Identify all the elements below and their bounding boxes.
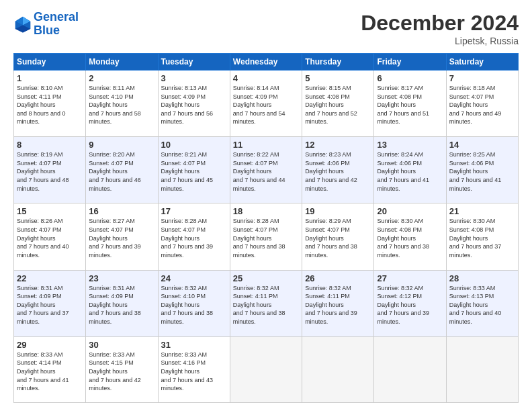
day-number: 9: [89, 140, 154, 150]
day-info: Sunrise: 8:27 AM Sunset: 4:07 PM Dayligh…: [89, 217, 154, 259]
day-number: 21: [449, 206, 515, 216]
table-row: 8 Sunrise: 8:19 AM Sunset: 4:07 PM Dayli…: [14, 137, 86, 203]
day-number: 4: [233, 73, 299, 83]
day-info: Sunrise: 8:23 AM Sunset: 4:06 PM Dayligh…: [305, 150, 371, 193]
day-info: Sunrise: 8:30 AM Sunset: 4:08 PM Dayligh…: [377, 217, 443, 259]
day-info: Sunrise: 8:28 AM Sunset: 4:07 PM Dayligh…: [161, 217, 227, 259]
day-info: Sunrise: 8:10 AM Sunset: 4:11 PM Dayligh…: [17, 84, 83, 126]
table-row: 14 Sunrise: 8:25 AM Sunset: 4:06 PM Dayl…: [446, 137, 518, 203]
table-row: 26 Sunrise: 8:32 AM Sunset: 4:11 PM Dayl…: [302, 270, 374, 336]
table-row: 23 Sunrise: 8:31 AM Sunset: 4:09 PM Dayl…: [86, 270, 158, 336]
day-info: Sunrise: 8:22 AM Sunset: 4:07 PM Dayligh…: [233, 150, 299, 193]
calendar-week-row: 8 Sunrise: 8:19 AM Sunset: 4:07 PM Dayli…: [14, 137, 519, 203]
day-number: 23: [89, 273, 154, 283]
day-number: 24: [161, 273, 227, 283]
table-row: [374, 336, 446, 402]
day-number: 29: [17, 340, 83, 350]
day-number: 25: [233, 273, 299, 283]
table-row: 21 Sunrise: 8:30 AM Sunset: 4:08 PM Dayl…: [446, 203, 518, 270]
table-row: 31 Sunrise: 8:33 AM Sunset: 4:16 PM Dayl…: [158, 336, 230, 402]
day-number: 30: [89, 340, 154, 350]
col-friday: Friday: [374, 54, 446, 71]
day-info: Sunrise: 8:20 AM Sunset: 4:07 PM Dayligh…: [89, 150, 154, 193]
table-row: 12 Sunrise: 8:23 AM Sunset: 4:06 PM Dayl…: [302, 137, 374, 203]
table-row: 19 Sunrise: 8:29 AM Sunset: 4:07 PM Dayl…: [302, 203, 374, 270]
day-info: Sunrise: 8:17 AM Sunset: 4:08 PM Dayligh…: [377, 84, 443, 126]
day-number: 12: [305, 140, 371, 150]
col-sunday: Sunday: [14, 54, 86, 71]
logo-blue: Blue: [34, 24, 60, 37]
table-row: 10 Sunrise: 8:21 AM Sunset: 4:07 PM Dayl…: [158, 137, 230, 203]
day-number: 28: [449, 273, 515, 283]
day-info: Sunrise: 8:13 AM Sunset: 4:09 PM Dayligh…: [161, 84, 227, 126]
table-row: 24 Sunrise: 8:32 AM Sunset: 4:10 PM Dayl…: [158, 270, 230, 336]
table-row: 13 Sunrise: 8:24 AM Sunset: 4:06 PM Dayl…: [374, 137, 446, 203]
day-number: 14: [449, 140, 515, 150]
day-info: Sunrise: 8:14 AM Sunset: 4:09 PM Dayligh…: [233, 84, 299, 126]
day-number: 20: [377, 206, 443, 216]
day-info: Sunrise: 8:24 AM Sunset: 4:06 PM Dayligh…: [377, 150, 443, 193]
day-info: Sunrise: 8:29 AM Sunset: 4:07 PM Dayligh…: [305, 217, 371, 259]
day-info: Sunrise: 8:33 AM Sunset: 4:16 PM Dayligh…: [161, 351, 227, 393]
day-info: Sunrise: 8:18 AM Sunset: 4:07 PM Dayligh…: [449, 84, 515, 126]
col-tuesday: Tuesday: [158, 54, 230, 71]
day-number: 13: [377, 140, 443, 150]
calendar-week-row: 29 Sunrise: 8:33 AM Sunset: 4:14 PM Dayl…: [14, 336, 519, 402]
table-row: [446, 336, 518, 402]
col-wednesday: Wednesday: [230, 54, 302, 71]
day-info: Sunrise: 8:15 AM Sunset: 4:08 PM Dayligh…: [305, 84, 371, 126]
month-title: December 2024: [361, 11, 519, 36]
table-row: 5 Sunrise: 8:15 AM Sunset: 4:08 PM Dayli…: [302, 71, 374, 137]
day-info: Sunrise: 8:25 AM Sunset: 4:06 PM Dayligh…: [449, 150, 515, 193]
day-info: Sunrise: 8:32 AM Sunset: 4:10 PM Dayligh…: [161, 284, 227, 326]
logo-text: General Blue: [34, 11, 79, 38]
day-info: Sunrise: 8:33 AM Sunset: 4:15 PM Dayligh…: [89, 351, 154, 393]
header: General Blue December 2024 Lipetsk, Russ…: [13, 11, 519, 46]
calendar-header-row: Sunday Monday Tuesday Wednesday Thursday…: [14, 54, 519, 71]
day-number: 26: [305, 273, 371, 283]
day-number: 10: [161, 140, 227, 150]
day-info: Sunrise: 8:11 AM Sunset: 4:10 PM Dayligh…: [89, 84, 154, 126]
table-row: 29 Sunrise: 8:33 AM Sunset: 4:14 PM Dayl…: [14, 336, 86, 402]
table-row: 18 Sunrise: 8:28 AM Sunset: 4:07 PM Dayl…: [230, 203, 302, 270]
day-info: Sunrise: 8:31 AM Sunset: 4:09 PM Dayligh…: [89, 284, 154, 326]
day-number: 27: [377, 273, 443, 283]
table-row: 27 Sunrise: 8:32 AM Sunset: 4:12 PM Dayl…: [374, 270, 446, 336]
table-row: 6 Sunrise: 8:17 AM Sunset: 4:08 PM Dayli…: [374, 71, 446, 137]
calendar-week-row: 15 Sunrise: 8:26 AM Sunset: 4:07 PM Dayl…: [14, 203, 519, 270]
table-row: 7 Sunrise: 8:18 AM Sunset: 4:07 PM Dayli…: [446, 71, 518, 137]
table-row: 4 Sunrise: 8:14 AM Sunset: 4:09 PM Dayli…: [230, 71, 302, 137]
day-info: Sunrise: 8:30 AM Sunset: 4:08 PM Dayligh…: [449, 217, 515, 259]
col-monday: Monday: [86, 54, 158, 71]
calendar-week-row: 22 Sunrise: 8:31 AM Sunset: 4:09 PM Dayl…: [14, 270, 519, 336]
page: General Blue December 2024 Lipetsk, Russ…: [0, 0, 532, 411]
table-row: 11 Sunrise: 8:22 AM Sunset: 4:07 PM Dayl…: [230, 137, 302, 203]
table-row: 16 Sunrise: 8:27 AM Sunset: 4:07 PM Dayl…: [86, 203, 158, 270]
table-row: 17 Sunrise: 8:28 AM Sunset: 4:07 PM Dayl…: [158, 203, 230, 270]
day-number: 22: [17, 273, 83, 283]
table-row: 3 Sunrise: 8:13 AM Sunset: 4:09 PM Dayli…: [158, 71, 230, 137]
logo: General Blue: [13, 11, 79, 38]
day-info: Sunrise: 8:21 AM Sunset: 4:07 PM Dayligh…: [161, 150, 227, 193]
day-number: 7: [449, 73, 515, 83]
location: Lipetsk, Russia: [361, 36, 519, 46]
day-number: 5: [305, 73, 371, 83]
table-row: 2 Sunrise: 8:11 AM Sunset: 4:10 PM Dayli…: [86, 71, 158, 137]
table-row: 30 Sunrise: 8:33 AM Sunset: 4:15 PM Dayl…: [86, 336, 158, 402]
day-number: 3: [161, 73, 227, 83]
day-info: Sunrise: 8:32 AM Sunset: 4:12 PM Dayligh…: [377, 284, 443, 326]
day-number: 6: [377, 73, 443, 83]
day-info: Sunrise: 8:32 AM Sunset: 4:11 PM Dayligh…: [305, 284, 371, 326]
day-number: 15: [17, 206, 83, 216]
day-info: Sunrise: 8:26 AM Sunset: 4:07 PM Dayligh…: [17, 217, 83, 259]
day-info: Sunrise: 8:33 AM Sunset: 4:14 PM Dayligh…: [17, 351, 83, 393]
table-row: 15 Sunrise: 8:26 AM Sunset: 4:07 PM Dayl…: [14, 203, 86, 270]
day-number: 11: [233, 140, 299, 150]
day-info: Sunrise: 8:33 AM Sunset: 4:13 PM Dayligh…: [449, 284, 515, 326]
calendar-table: Sunday Monday Tuesday Wednesday Thursday…: [13, 53, 519, 403]
calendar-week-row: 1 Sunrise: 8:10 AM Sunset: 4:11 PM Dayli…: [14, 71, 519, 137]
day-number: 17: [161, 206, 227, 216]
table-row: 25 Sunrise: 8:32 AM Sunset: 4:11 PM Dayl…: [230, 270, 302, 336]
day-number: 18: [233, 206, 299, 216]
day-number: 19: [305, 206, 371, 216]
